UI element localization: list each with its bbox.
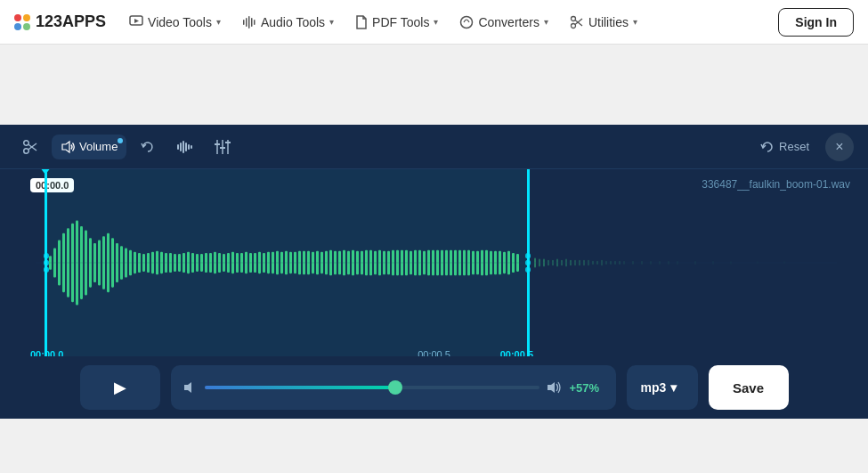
reset-label: Reset (779, 140, 809, 153)
editor-toolbar: Volume (0, 125, 868, 169)
chevron-down-icon-conv: ▾ (544, 17, 548, 27)
navbar: 123APPS Video Tools ▾ Audio Tools ▾ PDF … (0, 0, 868, 45)
undo-button[interactable] (132, 131, 164, 163)
svg-marker-176 (548, 385, 551, 390)
volume-label: Volume (79, 140, 118, 153)
chevron-down-icon-pdf: ▾ (434, 17, 438, 27)
scissors-icon (570, 15, 584, 29)
logo-text: 123APPS (36, 12, 106, 31)
waveform-view-button[interactable] (169, 131, 201, 163)
save-button[interactable]: Save (709, 365, 789, 410)
cursor-right[interactable] (527, 169, 530, 356)
nav-item-audio-tools[interactable]: Audio Tools ▾ (233, 10, 343, 35)
svg-rect-6 (254, 20, 256, 25)
equalizer-button[interactable] (207, 131, 239, 163)
nav-label-video-tools: Video Tools (148, 15, 212, 29)
volume-slider-thumb[interactable] (388, 380, 402, 395)
logo-dot-red (14, 14, 21, 21)
svg-point-7 (461, 16, 473, 28)
logo[interactable]: 123APPS (14, 12, 106, 31)
reset-icon (760, 140, 775, 154)
play-button[interactable]: ▶ (80, 365, 160, 410)
svg-rect-20 (185, 143, 187, 151)
nav-item-utilities[interactable]: Utilities ▾ (561, 10, 646, 35)
equalizer-icon (215, 140, 231, 154)
volume-high-icon (547, 380, 563, 395)
format-button[interactable]: mp3 ▾ (627, 365, 698, 410)
close-button[interactable]: × (825, 133, 854, 161)
chevron-down-icon: ▾ (216, 17, 221, 27)
svg-marker-174 (184, 385, 188, 390)
close-icon: × (835, 139, 843, 155)
nav-item-converters[interactable]: Converters ▾ (450, 10, 556, 35)
svg-point-8 (571, 23, 575, 28)
svg-marker-175 (188, 382, 191, 393)
editor-area: Volume (0, 125, 868, 419)
volume-slider[interactable] (205, 386, 539, 389)
svg-rect-17 (177, 144, 179, 150)
volume-slider-fill (205, 386, 395, 389)
svg-marker-177 (551, 382, 555, 393)
active-indicator (118, 138, 123, 143)
waveform-area[interactable]: 00:00.0 336487__faulkin_boom-01.wav (0, 169, 868, 356)
top-spacer (0, 45, 868, 125)
svg-line-15 (28, 144, 37, 151)
svg-rect-3 (246, 18, 247, 27)
convert-icon (459, 15, 474, 29)
svg-rect-18 (180, 143, 182, 151)
bottom-bar: ▶ +57% mp3 (0, 356, 868, 419)
svg-point-13 (24, 140, 29, 145)
svg-rect-166 (783, 261, 785, 264)
chevron-down-icon-util: ▾ (633, 17, 637, 27)
volume-low-icon (183, 380, 198, 395)
pdf-icon (355, 15, 368, 29)
logo-dot-green (23, 23, 30, 30)
svg-rect-19 (183, 141, 184, 153)
undo-icon (140, 139, 156, 155)
play-icon: ▶ (114, 378, 126, 397)
signin-button[interactable]: Sign In (778, 8, 854, 37)
svg-point-12 (24, 148, 29, 153)
svg-rect-165 (757, 261, 758, 264)
logo-dot-blue (14, 23, 21, 30)
scissors-tool-icon (22, 139, 38, 155)
nav-item-pdf-tools[interactable]: PDF Tools ▾ (346, 10, 447, 35)
format-chevron-icon: ▾ (670, 380, 677, 395)
format-label: mp3 (641, 380, 667, 395)
svg-rect-5 (251, 18, 253, 27)
svg-rect-2 (243, 20, 245, 25)
logo-dot-yellow (23, 14, 30, 21)
nav-item-video-tools[interactable]: Video Tools ▾ (120, 10, 230, 35)
waveform-view-icon (177, 141, 193, 153)
waveform-icon (242, 15, 256, 29)
logo-dots (14, 14, 30, 30)
cut-tool-button[interactable] (14, 131, 46, 163)
nav-label-audio-tools: Audio Tools (261, 15, 325, 29)
selection-overlay (47, 169, 527, 356)
svg-rect-22 (191, 145, 192, 149)
svg-line-14 (28, 143, 37, 150)
play-icon (129, 15, 143, 29)
reset-button[interactable]: Reset (750, 135, 820, 159)
svg-marker-16 (62, 142, 69, 152)
svg-point-9 (571, 16, 575, 20)
svg-rect-4 (248, 16, 250, 29)
nav-label-pdf-tools: PDF Tools (372, 15, 429, 29)
nav-label-utilities: Utilities (588, 15, 629, 29)
chevron-down-icon-audio: ▾ (329, 17, 334, 27)
svg-rect-21 (188, 144, 190, 150)
svg-marker-1 (134, 19, 139, 23)
cursor-left[interactable] (45, 169, 47, 356)
volume-button[interactable]: Volume (52, 135, 126, 159)
volume-control: +57% (171, 365, 616, 410)
nav-label-converters: Converters (478, 15, 539, 29)
volume-icon (61, 140, 75, 154)
volume-percent: +57% (570, 381, 604, 395)
